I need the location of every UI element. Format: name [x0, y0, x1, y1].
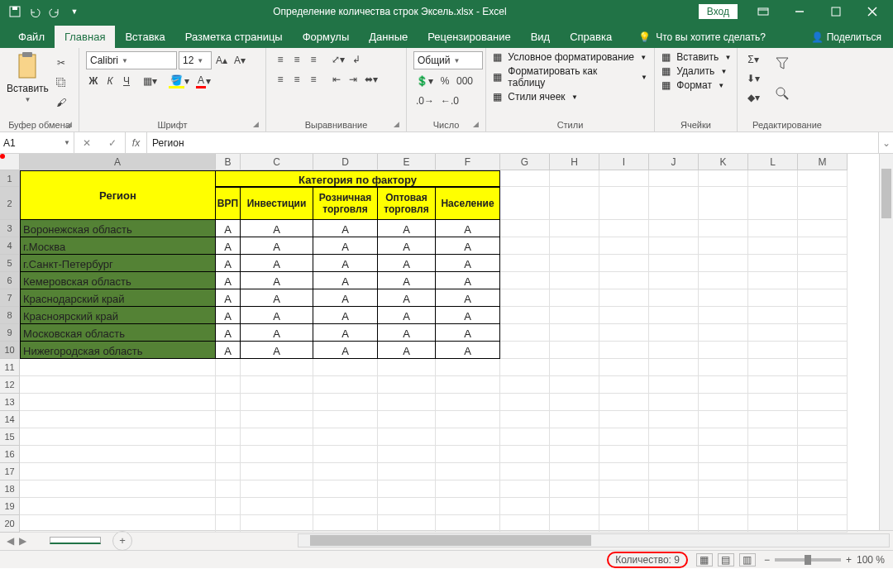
cell[interactable]: A	[313, 324, 378, 342]
cell[interactable]	[500, 359, 550, 376]
paste-dropdown-icon[interactable]: ▼	[24, 96, 31, 103]
cell[interactable]	[649, 255, 699, 272]
cell[interactable]	[748, 255, 798, 272]
row-header-1[interactable]: 1	[0, 170, 20, 187]
cell[interactable]: A	[378, 272, 436, 289]
cell[interactable]	[313, 498, 378, 515]
cell[interactable]	[699, 463, 748, 480]
cell[interactable]	[798, 411, 848, 428]
cell[interactable]: A	[436, 255, 500, 272]
cell[interactable]	[798, 376, 848, 394]
cell[interactable]	[550, 394, 599, 411]
increase-decimal-icon[interactable]: .0→	[413, 93, 437, 109]
cell[interactable]	[313, 480, 378, 498]
conditional-formatting-button[interactable]: ▦ Условное форматирование ▼	[493, 51, 647, 63]
cell[interactable]	[649, 428, 699, 446]
align-bottom-icon[interactable]: ≡	[306, 51, 321, 68]
number-launcher-icon[interactable]: ◢	[473, 120, 479, 128]
cell[interactable]	[20, 359, 216, 376]
cell[interactable]: Население	[436, 187, 500, 220]
cell[interactable]	[599, 411, 649, 428]
cell[interactable]	[798, 463, 848, 480]
undo-icon[interactable]	[28, 5, 41, 18]
cell[interactable]	[748, 428, 798, 446]
cell[interactable]	[550, 359, 599, 376]
cell[interactable]	[699, 220, 748, 237]
col-header-G[interactable]: G	[500, 154, 550, 170]
cell[interactable]: A	[378, 220, 436, 237]
cell[interactable]	[241, 515, 313, 533]
italic-button[interactable]: К	[103, 73, 117, 89]
cell[interactable]: г.Санкт-Петербург	[20, 255, 216, 272]
cell[interactable]	[748, 237, 798, 255]
cell[interactable]	[699, 394, 748, 411]
cell[interactable]: A	[378, 255, 436, 272]
cell[interactable]	[599, 446, 649, 463]
cell[interactable]	[378, 428, 436, 446]
cell[interactable]	[599, 289, 649, 307]
cell[interactable]	[500, 342, 550, 359]
cell[interactable]: Краснодарский край	[20, 289, 216, 307]
horizontal-scrollbar[interactable]	[298, 533, 890, 547]
cell[interactable]	[313, 376, 378, 394]
cell[interactable]	[599, 220, 649, 237]
cell[interactable]	[649, 394, 699, 411]
col-header-B[interactable]: B	[216, 154, 241, 170]
cell[interactable]	[649, 411, 699, 428]
cell[interactable]	[599, 498, 649, 515]
cell[interactable]	[500, 289, 550, 307]
cell[interactable]	[748, 324, 798, 342]
spreadsheet-grid[interactable]: ABCDEFGHIJKLM 12345678910111213141516171…	[0, 154, 893, 530]
cell[interactable]	[313, 515, 378, 533]
cell[interactable]	[550, 187, 599, 220]
cell[interactable]	[500, 272, 550, 289]
col-header-J[interactable]: J	[649, 154, 699, 170]
cell[interactable]	[599, 480, 649, 498]
tab-file[interactable]: Файл	[8, 26, 55, 48]
font-name-combo[interactable]: Calibri▼	[86, 51, 177, 69]
cell[interactable]: A	[378, 307, 436, 324]
cell[interactable]	[216, 411, 241, 428]
cell[interactable]	[699, 289, 748, 307]
row-header-7[interactable]: 7	[0, 289, 20, 307]
increase-indent-icon[interactable]: ⇥	[346, 71, 361, 88]
cell[interactable]	[550, 411, 599, 428]
row-header-17[interactable]: 17	[0, 463, 20, 480]
underline-button[interactable]: Ч	[119, 73, 134, 89]
paste-icon[interactable]	[14, 51, 41, 81]
cell[interactable]	[378, 394, 436, 411]
cell[interactable]: A	[313, 289, 378, 307]
cell[interactable]	[599, 170, 649, 187]
cancel-formula-icon[interactable]: ✕	[83, 137, 91, 149]
insert-cells-button[interactable]: ▦ Вставить ▼	[661, 51, 731, 63]
cell[interactable]	[798, 170, 848, 187]
cell[interactable]	[550, 498, 599, 515]
cell[interactable]	[699, 428, 748, 446]
cell[interactable]	[216, 515, 241, 533]
cell[interactable]	[20, 515, 216, 533]
cell[interactable]	[550, 324, 599, 342]
row-header-19[interactable]: 19	[0, 498, 20, 515]
cell[interactable]	[599, 187, 649, 220]
percent-format-icon[interactable]: %	[437, 73, 452, 89]
cell[interactable]	[798, 342, 848, 359]
cell[interactable]	[500, 170, 550, 187]
sheet-tab[interactable]	[50, 537, 101, 544]
cell[interactable]	[20, 376, 216, 394]
merge-icon[interactable]: ⬌▾	[362, 71, 380, 88]
cell[interactable]: A	[216, 342, 241, 359]
accounting-format-icon[interactable]: 💲▾	[413, 73, 436, 89]
row-header-8[interactable]: 8	[0, 307, 20, 324]
zoom-out-icon[interactable]: −	[764, 554, 770, 566]
hscroll-thumb[interactable]	[310, 535, 591, 546]
cell[interactable]	[798, 480, 848, 498]
cell[interactable]: Оптовая торговля	[378, 187, 436, 220]
cell[interactable]	[550, 220, 599, 237]
cell[interactable]	[748, 187, 798, 220]
cell[interactable]	[599, 394, 649, 411]
cell[interactable]	[649, 446, 699, 463]
cell[interactable]	[599, 359, 649, 376]
row-header-6[interactable]: 6	[0, 272, 20, 289]
col-header-M[interactable]: M	[798, 154, 848, 170]
cell[interactable]: A	[216, 289, 241, 307]
